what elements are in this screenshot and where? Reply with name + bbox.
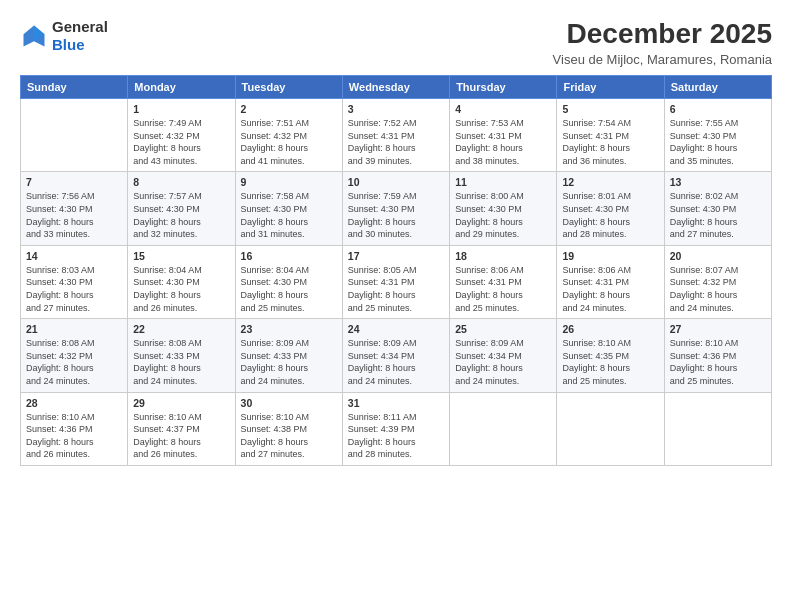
day-info: Sunrise: 7:54 AMSunset: 4:31 PMDaylight:… (562, 117, 658, 167)
calendar-cell: 2Sunrise: 7:51 AMSunset: 4:32 PMDaylight… (235, 99, 342, 172)
calendar-cell: 29Sunrise: 8:10 AMSunset: 4:37 PMDayligh… (128, 392, 235, 465)
day-number: 10 (348, 176, 444, 188)
day-number: 3 (348, 103, 444, 115)
day-info: Sunrise: 8:09 AMSunset: 4:34 PMDaylight:… (348, 337, 444, 387)
calendar-cell: 6Sunrise: 7:55 AMSunset: 4:30 PMDaylight… (664, 99, 771, 172)
day-number: 8 (133, 176, 229, 188)
calendar-cell: 11Sunrise: 8:00 AMSunset: 4:30 PMDayligh… (450, 172, 557, 245)
day-number: 12 (562, 176, 658, 188)
calendar-cell: 12Sunrise: 8:01 AMSunset: 4:30 PMDayligh… (557, 172, 664, 245)
title-block: December 2025 Viseu de Mijloc, Maramures… (553, 18, 772, 67)
calendar-cell: 31Sunrise: 8:11 AMSunset: 4:39 PMDayligh… (342, 392, 449, 465)
day-number: 26 (562, 323, 658, 335)
logo: General Blue (20, 18, 108, 54)
day-number: 29 (133, 397, 229, 409)
day-info: Sunrise: 8:01 AMSunset: 4:30 PMDaylight:… (562, 190, 658, 240)
calendar-cell: 21Sunrise: 8:08 AMSunset: 4:32 PMDayligh… (21, 319, 128, 392)
header-day: Monday (128, 76, 235, 99)
calendar-cell: 4Sunrise: 7:53 AMSunset: 4:31 PMDaylight… (450, 99, 557, 172)
day-info: Sunrise: 7:52 AMSunset: 4:31 PMDaylight:… (348, 117, 444, 167)
day-info: Sunrise: 7:55 AMSunset: 4:30 PMDaylight:… (670, 117, 766, 167)
day-number: 18 (455, 250, 551, 262)
calendar-row: 28Sunrise: 8:10 AMSunset: 4:36 PMDayligh… (21, 392, 772, 465)
main-title: December 2025 (553, 18, 772, 50)
calendar-cell: 5Sunrise: 7:54 AMSunset: 4:31 PMDaylight… (557, 99, 664, 172)
calendar-cell: 13Sunrise: 8:02 AMSunset: 4:30 PMDayligh… (664, 172, 771, 245)
page: General Blue December 2025 Viseu de Mijl… (0, 0, 792, 612)
calendar-cell: 1Sunrise: 7:49 AMSunset: 4:32 PMDaylight… (128, 99, 235, 172)
calendar-cell: 25Sunrise: 8:09 AMSunset: 4:34 PMDayligh… (450, 319, 557, 392)
header-day: Tuesday (235, 76, 342, 99)
logo-text: General Blue (52, 18, 108, 54)
calendar-cell: 28Sunrise: 8:10 AMSunset: 4:36 PMDayligh… (21, 392, 128, 465)
day-info: Sunrise: 8:06 AMSunset: 4:31 PMDaylight:… (562, 264, 658, 314)
day-info: Sunrise: 8:07 AMSunset: 4:32 PMDaylight:… (670, 264, 766, 314)
day-info: Sunrise: 8:10 AMSunset: 4:35 PMDaylight:… (562, 337, 658, 387)
calendar-cell: 8Sunrise: 7:57 AMSunset: 4:30 PMDaylight… (128, 172, 235, 245)
day-number: 1 (133, 103, 229, 115)
calendar-row: 14Sunrise: 8:03 AMSunset: 4:30 PMDayligh… (21, 245, 772, 318)
day-info: Sunrise: 8:05 AMSunset: 4:31 PMDaylight:… (348, 264, 444, 314)
calendar-cell: 23Sunrise: 8:09 AMSunset: 4:33 PMDayligh… (235, 319, 342, 392)
calendar-cell: 17Sunrise: 8:05 AMSunset: 4:31 PMDayligh… (342, 245, 449, 318)
day-number: 19 (562, 250, 658, 262)
day-number: 5 (562, 103, 658, 115)
day-info: Sunrise: 8:08 AMSunset: 4:33 PMDaylight:… (133, 337, 229, 387)
calendar-cell: 18Sunrise: 8:06 AMSunset: 4:31 PMDayligh… (450, 245, 557, 318)
day-number: 25 (455, 323, 551, 335)
day-number: 4 (455, 103, 551, 115)
header: General Blue December 2025 Viseu de Mijl… (20, 18, 772, 67)
day-info: Sunrise: 8:06 AMSunset: 4:31 PMDaylight:… (455, 264, 551, 314)
calendar-cell: 15Sunrise: 8:04 AMSunset: 4:30 PMDayligh… (128, 245, 235, 318)
day-info: Sunrise: 8:11 AMSunset: 4:39 PMDaylight:… (348, 411, 444, 461)
day-info: Sunrise: 7:49 AMSunset: 4:32 PMDaylight:… (133, 117, 229, 167)
subtitle: Viseu de Mijloc, Maramures, Romania (553, 52, 772, 67)
calendar-row: 7Sunrise: 7:56 AMSunset: 4:30 PMDaylight… (21, 172, 772, 245)
day-info: Sunrise: 7:59 AMSunset: 4:30 PMDaylight:… (348, 190, 444, 240)
day-number: 16 (241, 250, 337, 262)
calendar-cell (21, 99, 128, 172)
calendar-cell (557, 392, 664, 465)
calendar-cell: 24Sunrise: 8:09 AMSunset: 4:34 PMDayligh… (342, 319, 449, 392)
header-day: Friday (557, 76, 664, 99)
day-number: 15 (133, 250, 229, 262)
calendar-cell: 19Sunrise: 8:06 AMSunset: 4:31 PMDayligh… (557, 245, 664, 318)
day-number: 27 (670, 323, 766, 335)
calendar-row: 1Sunrise: 7:49 AMSunset: 4:32 PMDaylight… (21, 99, 772, 172)
day-info: Sunrise: 8:04 AMSunset: 4:30 PMDaylight:… (133, 264, 229, 314)
day-number: 30 (241, 397, 337, 409)
header-day: Thursday (450, 76, 557, 99)
calendar-cell: 10Sunrise: 7:59 AMSunset: 4:30 PMDayligh… (342, 172, 449, 245)
day-number: 17 (348, 250, 444, 262)
day-number: 20 (670, 250, 766, 262)
day-info: Sunrise: 8:04 AMSunset: 4:30 PMDaylight:… (241, 264, 337, 314)
calendar-cell: 22Sunrise: 8:08 AMSunset: 4:33 PMDayligh… (128, 319, 235, 392)
calendar-row: 21Sunrise: 8:08 AMSunset: 4:32 PMDayligh… (21, 319, 772, 392)
day-number: 21 (26, 323, 122, 335)
header-day: Sunday (21, 76, 128, 99)
day-number: 22 (133, 323, 229, 335)
day-info: Sunrise: 8:10 AMSunset: 4:36 PMDaylight:… (26, 411, 122, 461)
header-day: Saturday (664, 76, 771, 99)
calendar-cell: 9Sunrise: 7:58 AMSunset: 4:30 PMDaylight… (235, 172, 342, 245)
day-info: Sunrise: 8:03 AMSunset: 4:30 PMDaylight:… (26, 264, 122, 314)
day-number: 7 (26, 176, 122, 188)
day-number: 9 (241, 176, 337, 188)
calendar-cell (450, 392, 557, 465)
day-number: 13 (670, 176, 766, 188)
day-info: Sunrise: 7:53 AMSunset: 4:31 PMDaylight:… (455, 117, 551, 167)
day-info: Sunrise: 8:09 AMSunset: 4:33 PMDaylight:… (241, 337, 337, 387)
logo-icon (20, 22, 48, 50)
header-row: SundayMondayTuesdayWednesdayThursdayFrid… (21, 76, 772, 99)
day-info: Sunrise: 8:02 AMSunset: 4:30 PMDaylight:… (670, 190, 766, 240)
day-info: Sunrise: 7:58 AMSunset: 4:30 PMDaylight:… (241, 190, 337, 240)
calendar-cell: 30Sunrise: 8:10 AMSunset: 4:38 PMDayligh… (235, 392, 342, 465)
calendar-cell: 20Sunrise: 8:07 AMSunset: 4:32 PMDayligh… (664, 245, 771, 318)
day-number: 6 (670, 103, 766, 115)
calendar-cell: 7Sunrise: 7:56 AMSunset: 4:30 PMDaylight… (21, 172, 128, 245)
day-number: 28 (26, 397, 122, 409)
day-number: 23 (241, 323, 337, 335)
day-info: Sunrise: 7:51 AMSunset: 4:32 PMDaylight:… (241, 117, 337, 167)
calendar-cell: 16Sunrise: 8:04 AMSunset: 4:30 PMDayligh… (235, 245, 342, 318)
calendar-cell: 26Sunrise: 8:10 AMSunset: 4:35 PMDayligh… (557, 319, 664, 392)
